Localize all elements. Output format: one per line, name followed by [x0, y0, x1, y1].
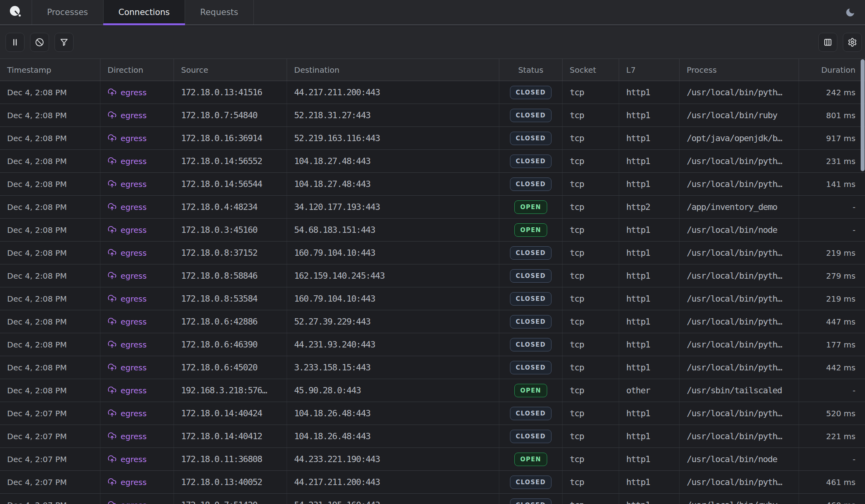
columns-button[interactable] [818, 33, 837, 52]
cell-timestamp: Dec 4, 2:08 PM [0, 287, 100, 310]
settings-button[interactable] [843, 33, 862, 52]
status-badge: CLOSED [510, 246, 552, 260]
cell-l7: http1 [619, 81, 680, 104]
tab-processes[interactable]: Processes [32, 0, 104, 25]
cell-source: 172.18.0.13:40052 [174, 471, 287, 493]
table-row[interactable]: Dec 4, 2:08 PM egress 192.168.3.218:576…… [0, 379, 865, 402]
cell-l7: http1 [619, 150, 680, 172]
table-row[interactable]: Dec 4, 2:08 PM egress 172.18.0.3:45160 5… [0, 219, 865, 242]
cell-duration: 917 ms [799, 127, 865, 149]
cell-l7: http1 [619, 333, 680, 356]
cell-l7: http1 [619, 173, 680, 195]
status-badge: CLOSED [510, 407, 552, 420]
table-body: Dec 4, 2:08 PM egress 172.18.0.13:41516 … [0, 81, 865, 504]
direction-label: egress [121, 340, 147, 349]
cell-duration: 801 ms [799, 104, 865, 126]
cell-socket: tcp [563, 196, 619, 218]
table-row[interactable]: Dec 4, 2:07 PM egress 172.18.0.14:40412 … [0, 425, 865, 448]
direction-label: egress [121, 179, 147, 189]
cell-status: CLOSED [499, 310, 563, 333]
table-row[interactable]: Dec 4, 2:08 PM egress 172.18.0.6:42886 5… [0, 310, 865, 333]
table-row[interactable]: Dec 4, 2:08 PM egress 172.18.0.6:46390 4… [0, 333, 865, 356]
cell-direction: egress [100, 356, 174, 379]
cell-status: CLOSED [499, 333, 563, 356]
cloud-upload-icon [108, 340, 117, 349]
cell-status: CLOSED [499, 264, 563, 287]
table-row[interactable]: Dec 4, 2:07 PM egress 172.18.0.11:36808 … [0, 448, 865, 471]
vertical-scrollbar-thumb[interactable] [861, 59, 865, 171]
cell-process: /usr/local/bin/pyth… [680, 173, 799, 195]
cell-l7: http1 [619, 264, 680, 287]
cell-duration: 231 ms [799, 150, 865, 172]
cloud-upload-icon [108, 317, 117, 326]
cell-source: 172.18.0.14:56552 [174, 150, 287, 172]
direction-label: egress [121, 386, 147, 395]
table-row[interactable]: Dec 4, 2:08 PM egress 172.18.0.8:37152 1… [0, 242, 865, 264]
cell-timestamp: Dec 4, 2:08 PM [0, 310, 100, 333]
pause-button[interactable] [6, 33, 25, 52]
cell-l7: http1 [619, 310, 680, 333]
tab-requests[interactable]: Requests [185, 0, 253, 25]
cell-duration: 447 ms [799, 310, 865, 333]
table-row[interactable]: Dec 4, 2:08 PM egress 172.18.0.14:56552 … [0, 150, 865, 173]
cell-process: /usr/local/bin/pyth… [680, 356, 799, 379]
cell-l7: other [619, 379, 680, 402]
cell-timestamp: Dec 4, 2:08 PM [0, 219, 100, 241]
direction-label: egress [121, 432, 147, 441]
table-row[interactable]: Dec 4, 2:08 PM egress 172.18.0.13:41516 … [0, 81, 865, 104]
table-row[interactable]: Dec 4, 2:07 PM egress 172.18.0.14:40424 … [0, 402, 865, 425]
cell-timestamp: Dec 4, 2:08 PM [0, 81, 100, 104]
table-row[interactable]: Dec 4, 2:08 PM egress 172.18.0.4:48234 3… [0, 196, 865, 219]
cell-source: 172.18.0.6:45020 [174, 356, 287, 379]
cell-socket: tcp [563, 310, 619, 333]
table-row[interactable]: Dec 4, 2:08 PM egress 172.18.0.16:36914 … [0, 127, 865, 150]
cell-l7: http1 [619, 402, 680, 425]
cloud-upload-icon [108, 111, 117, 120]
cell-source: 172.18.0.14:40412 [174, 425, 287, 447]
cloud-upload-icon [108, 202, 117, 211]
direction-label: egress [121, 134, 147, 143]
table-row[interactable]: Dec 4, 2:08 PM egress 172.18.0.6:45020 3… [0, 356, 865, 379]
theme-toggle[interactable] [845, 0, 865, 25]
cell-direction: egress [100, 219, 174, 241]
cell-socket: tcp [563, 242, 619, 264]
cell-destination: 3.233.158.15:443 [287, 356, 499, 379]
table-row[interactable]: Dec 4, 2:08 PM egress 172.18.0.8:58846 1… [0, 264, 865, 287]
cell-direction: egress [100, 287, 174, 310]
toolbar [0, 26, 865, 59]
cell-process: /usr/local/bin/node [680, 448, 799, 470]
cell-l7: http1 [619, 127, 680, 149]
cell-status: CLOSED [499, 242, 563, 264]
cell-source: 172.18.0.4:48234 [174, 196, 287, 218]
cell-status: CLOSED [499, 127, 563, 149]
ban-icon [35, 38, 44, 47]
status-badge: CLOSED [510, 361, 552, 374]
cell-source: 172.18.0.8:37152 [174, 242, 287, 264]
direction-label: egress [121, 363, 147, 372]
cell-direction: egress [100, 81, 174, 104]
cell-socket: tcp [563, 173, 619, 195]
status-badge: OPEN [514, 200, 547, 214]
cell-timestamp: Dec 4, 2:08 PM [0, 242, 100, 264]
filter-button[interactable] [55, 33, 74, 52]
table-row[interactable]: Dec 4, 2:07 PM egress 172.18.0.7:51420 5… [0, 494, 865, 504]
col-header-timestamp: Timestamp [0, 59, 100, 81]
cell-timestamp: Dec 4, 2:07 PM [0, 448, 100, 470]
table-row[interactable]: Dec 4, 2:08 PM egress 172.18.0.8:53584 1… [0, 287, 865, 310]
table-row[interactable]: Dec 4, 2:07 PM egress 172.18.0.13:40052 … [0, 471, 865, 494]
cell-timestamp: Dec 4, 2:08 PM [0, 379, 100, 402]
cell-status: CLOSED [499, 81, 563, 104]
cell-socket: tcp [563, 287, 619, 310]
cell-source: 172.18.0.16:36914 [174, 127, 287, 149]
cell-process: /usr/local/bin/ruby [680, 494, 799, 504]
cell-status: OPEN [499, 448, 563, 470]
cell-socket: tcp [563, 356, 619, 379]
table-row[interactable]: Dec 4, 2:08 PM egress 172.18.0.14:56544 … [0, 173, 865, 196]
tab-connections[interactable]: Connections [104, 0, 185, 25]
cell-destination: 104.18.27.48:443 [287, 173, 499, 195]
block-button[interactable] [30, 33, 49, 52]
table-row[interactable]: Dec 4, 2:08 PM egress 172.18.0.7:54840 5… [0, 104, 865, 127]
status-badge: CLOSED [510, 86, 552, 99]
cloud-upload-icon [108, 500, 117, 504]
app-logo[interactable] [0, 0, 32, 25]
